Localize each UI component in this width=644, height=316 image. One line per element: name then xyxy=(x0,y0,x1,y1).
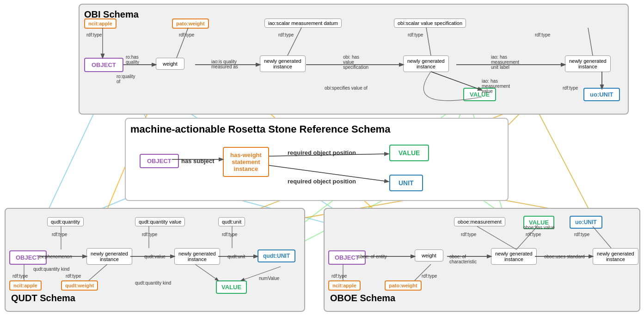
oboe-rdf-type-2: rdf:type xyxy=(526,232,541,237)
qudt-schema-title: QUDT Schema xyxy=(11,293,75,304)
oboe-schema-box: OBOE Schema oboe:measurement VALUE uo:UN… xyxy=(324,208,640,312)
obi-iao-scalar: iao:scalar measurement datum xyxy=(264,18,342,28)
svg-line-25 xyxy=(431,72,482,90)
qudt-qty-value: qudt:quantity value xyxy=(135,217,185,226)
obi-ro-quality-of: ro:qualityof xyxy=(117,74,135,84)
obi-pato-weight: pato:weight xyxy=(172,18,209,29)
oboe-rdf-type-3: rdf:type xyxy=(574,232,589,237)
qudt-ex-phenomenon: ex:phenomenon xyxy=(39,254,72,259)
oboe-of-char: oboe: ofcharacteristic xyxy=(449,254,477,264)
obi-object: OBJECT xyxy=(84,58,123,72)
oboe-pato-weight: pato:weight xyxy=(385,280,422,291)
obi-ncit-apple: ncit:apple xyxy=(84,18,117,29)
obi-uo-unit: uo:UNIT xyxy=(583,88,620,101)
ref-req-obj-1: required object position xyxy=(288,149,356,156)
obi-schema-title: OBI Schema xyxy=(84,9,623,20)
obi-rdf-type-1: rdf:type xyxy=(86,32,102,37)
qudt-rdf-type-bottom: rdf:type xyxy=(12,273,28,279)
obi-rdf-type-3: rdf:type xyxy=(278,32,294,37)
ref-req-obj-2: required object position xyxy=(288,178,356,185)
oboe-weight: weight xyxy=(415,249,443,261)
obi-scalar-value-spec: obi:scalar value specification xyxy=(394,18,466,28)
oboe-rdf-type-1: rdf:type xyxy=(461,232,476,237)
svg-line-22 xyxy=(426,28,431,55)
qudt-weight: qudt:weight xyxy=(61,280,98,291)
svg-line-12 xyxy=(534,104,592,215)
qudt-ng-instance-2: newly generatedinstance xyxy=(174,248,220,265)
qudt-ng-instance-1: newly generatedinstance xyxy=(86,248,132,265)
oboe-ng-instance-1: newly generatedinstance xyxy=(491,248,537,265)
svg-line-40 xyxy=(195,264,218,280)
oboe-uo-unit-top: uo:UNIT xyxy=(570,216,602,229)
ref-unit: UNIT xyxy=(389,175,423,191)
qudt-qty-kind-1: qudt:quantity kind xyxy=(33,267,69,272)
reference-schema-box: machine-actionable Rosetta Stone Referen… xyxy=(125,118,509,201)
obi-rdf-type-6: rdf:type xyxy=(563,85,578,91)
obi-schema-box: OBI Schema ncit:apple pato:weight iao:sc… xyxy=(79,4,629,115)
qudt-schema-box: QUDT Schema qudt:quantity qudt:quantity … xyxy=(5,208,305,312)
ref-value: VALUE xyxy=(389,145,429,161)
qudt-unit-node: qudt:unit xyxy=(218,217,245,226)
qudt-quantity: qudt:quantity xyxy=(47,217,84,226)
obi-rdf-type-2: rdf:type xyxy=(179,32,194,37)
obi-iao-meas-val: iao: hasmeasurementvalue xyxy=(482,79,510,94)
qudt-rdf-type-3: rdf:type xyxy=(222,232,237,237)
oboe-ng-instance-2: newly generatedinstance xyxy=(593,248,638,265)
oboe-measurement: oboe:measurement xyxy=(454,217,505,226)
qudt-value: VALUE xyxy=(216,280,247,294)
obi-weight: weight xyxy=(156,58,184,70)
svg-line-39 xyxy=(89,264,107,280)
svg-line-26 xyxy=(588,28,593,55)
obi-rdf-type-5: rdf:type xyxy=(535,32,550,37)
obi-ng-instance-3: newly generatedinstance xyxy=(565,55,611,72)
obi-ng-instance-2: newly generatedinstance xyxy=(403,55,449,72)
oboe-rdf-type-weight: rdf:type xyxy=(422,273,437,279)
obi-ng-instance-1: newly generatedinstance xyxy=(260,55,306,72)
qudt-UNIT: qudt:UNIT xyxy=(258,249,295,262)
svg-line-41 xyxy=(477,226,516,249)
qudt-rdf-type-weight: rdf:type xyxy=(66,273,81,279)
obi-rdf-type-4: rdf:type xyxy=(408,32,423,37)
oboe-ncit-apple: ncit:apple xyxy=(328,280,361,291)
ref-schema-title: machine-actionable Rosetta Stone Referen… xyxy=(130,123,503,135)
qudt-ncit-apple: ncit:apple xyxy=(9,280,42,291)
svg-line-21 xyxy=(288,28,301,55)
ref-has-subject: has subject xyxy=(181,158,215,164)
svg-line-43 xyxy=(593,226,611,248)
qudt-value-lbl: qudt:value xyxy=(144,254,166,259)
oboe-schema-title: OBOE Schema xyxy=(330,293,395,304)
oboe-uses-standard: oboe:uses standard xyxy=(544,254,585,259)
obi-iao-meas-unit: iao: hasmeasurementunit label xyxy=(491,55,519,70)
oboe-has-value: oboe:has value xyxy=(523,225,555,230)
qudt-rdf-type-2: rdf:type xyxy=(142,232,157,237)
qudt-num-value: numValue xyxy=(259,276,279,281)
oboe-of-entity: oboe: of entity xyxy=(358,254,387,259)
obi-obi-has-value: obi: hasvaluespecification xyxy=(343,55,368,70)
ref-object: OBJECT xyxy=(140,154,179,168)
oboe-rdf-type-obj: rdf:type xyxy=(331,273,347,279)
obi-iao-quality: iao:is qualitymeasured as xyxy=(211,59,238,69)
qudt-unit-lbl: qudt:unit xyxy=(227,254,245,259)
obi-specifies: obi:specifies value of xyxy=(325,85,368,91)
obi-ro-has-quality: ro:hasquality xyxy=(126,55,139,65)
qudt-rdf-type-1: rdf:type xyxy=(52,232,67,237)
main-container: OBI Schema ncit:apple pato:weight iao:sc… xyxy=(0,0,644,316)
qudt-qty-kind-2: qudt:quantity kind xyxy=(135,280,171,286)
ref-has-weight: has-weightstatementinstance xyxy=(223,147,269,177)
